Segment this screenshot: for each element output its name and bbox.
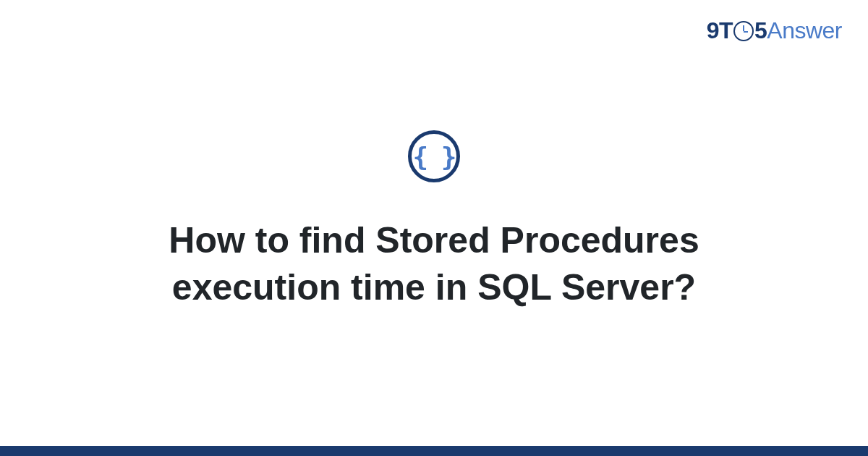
code-braces-icon: { } bbox=[412, 142, 455, 172]
topic-icon-circle: { } bbox=[408, 130, 460, 182]
footer-accent-bar bbox=[0, 446, 868, 456]
question-heading: How to find Stored Procedures execution … bbox=[87, 217, 781, 311]
main-content: { } How to find Stored Procedures execut… bbox=[0, 0, 868, 456]
